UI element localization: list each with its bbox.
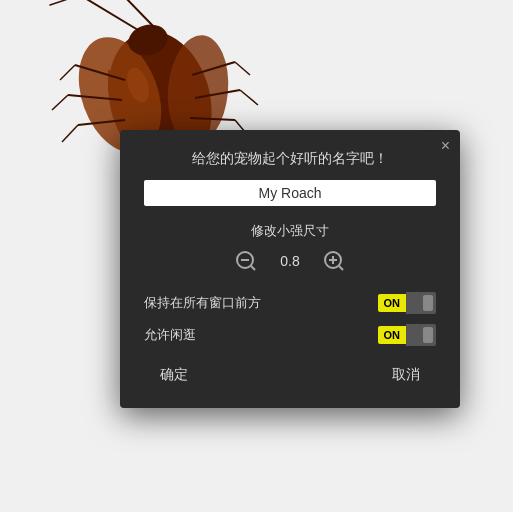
svg-line-4 bbox=[80, 0, 138, 30]
svg-line-8 bbox=[60, 65, 75, 80]
allow-roaming-toggle[interactable]: ON bbox=[378, 324, 437, 346]
svg-line-13 bbox=[192, 62, 235, 75]
always-on-top-row: 保持在所有窗口前方 ON bbox=[144, 292, 436, 314]
decrease-size-button[interactable] bbox=[231, 248, 261, 274]
confirm-button[interactable]: 确定 bbox=[144, 362, 204, 388]
always-on-top-thumb bbox=[423, 295, 433, 311]
always-on-top-track bbox=[406, 292, 436, 314]
dialog-footer: 确定 取消 bbox=[144, 362, 436, 388]
svg-line-7 bbox=[75, 65, 125, 80]
allow-roaming-label: 允许闲逛 bbox=[144, 326, 196, 344]
always-on-top-label: 保持在所有窗口前方 bbox=[144, 294, 261, 312]
size-section-label: 修改小强尺寸 bbox=[144, 222, 436, 240]
size-control-row: 0.8 bbox=[144, 248, 436, 274]
svg-line-10 bbox=[52, 95, 68, 110]
always-on-top-toggle[interactable]: ON bbox=[378, 292, 437, 314]
dialog-title: 给您的宠物起个好听的名字吧！ bbox=[144, 150, 436, 168]
increase-size-button[interactable] bbox=[319, 248, 349, 274]
svg-line-28 bbox=[339, 266, 343, 270]
cancel-button[interactable]: 取消 bbox=[376, 362, 436, 388]
pet-name-input[interactable] bbox=[144, 180, 436, 206]
svg-line-16 bbox=[240, 90, 258, 105]
text-cursor bbox=[108, 70, 110, 92]
svg-line-14 bbox=[235, 62, 250, 75]
size-value-display: 0.8 bbox=[275, 253, 305, 269]
svg-line-5 bbox=[50, 0, 80, 5]
zoom-out-icon bbox=[235, 250, 257, 272]
svg-line-6 bbox=[120, 0, 155, 28]
allow-roaming-on-label: ON bbox=[378, 326, 407, 344]
close-button[interactable]: × bbox=[441, 138, 450, 154]
svg-point-21 bbox=[123, 65, 153, 105]
svg-line-9 bbox=[68, 95, 122, 100]
zoom-in-icon bbox=[323, 250, 345, 272]
always-on-top-on-label: ON bbox=[378, 294, 407, 312]
settings-dialog: × 给您的宠物起个好听的名字吧！ 修改小强尺寸 0.8 保持在所有窗口前方 ON bbox=[120, 130, 460, 408]
allow-roaming-thumb bbox=[423, 327, 433, 343]
svg-line-11 bbox=[78, 120, 125, 125]
svg-line-15 bbox=[195, 90, 240, 98]
svg-line-24 bbox=[251, 266, 255, 270]
allow-roaming-track bbox=[406, 324, 436, 346]
svg-point-3 bbox=[125, 20, 171, 59]
svg-line-12 bbox=[62, 125, 78, 142]
svg-line-17 bbox=[190, 118, 235, 120]
allow-roaming-row: 允许闲逛 ON bbox=[144, 324, 436, 346]
